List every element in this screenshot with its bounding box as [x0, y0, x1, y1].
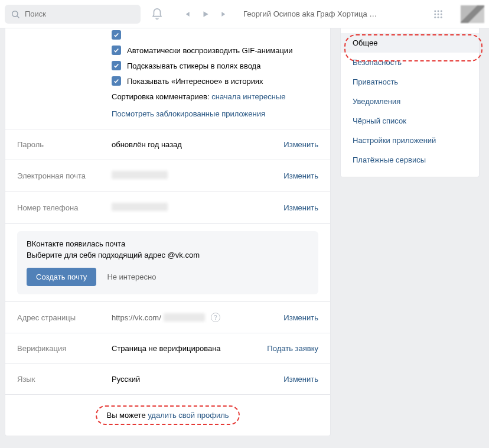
checkbox-interesting[interactable]: Показывать «Интересное» в историях — [17, 73, 318, 89]
mail-not-interested-button[interactable]: Не интересно — [107, 272, 156, 281]
search-icon — [11, 9, 20, 19]
highlight-annotation: Вы можете удалить свой профиль — [96, 405, 239, 425]
search-input[interactable] — [25, 9, 135, 18]
row-label: Электронная почта — [17, 171, 112, 180]
sidebar-item-payments[interactable]: Платёжные сервисы — [341, 150, 479, 170]
mail-promo: ВКонтакте появилась почта Выберите для с… — [17, 231, 318, 294]
row-password: Пароль обновлён год назад Изменить — [5, 129, 330, 160]
mail-promo-title: ВКонтакте появилась почта — [27, 239, 309, 248]
sidebar-item-blacklist[interactable]: Чёрный список — [341, 111, 479, 131]
svg-point-3 — [438, 10, 439, 12]
row-email: Электронная почта Изменить — [5, 160, 330, 191]
row-phone: Номер телефона Изменить — [5, 191, 330, 223]
create-mail-button[interactable]: Создать почту — [27, 268, 96, 286]
sidebar-item-app-settings[interactable]: Настройки приложений — [341, 131, 479, 150]
checkbox-label: Показывать «Интересное» в историях — [127, 77, 263, 86]
checkbox-icon — [112, 76, 121, 86]
svg-line-1 — [17, 16, 19, 18]
checkbox-icon — [112, 61, 121, 70]
svg-point-5 — [434, 13, 436, 15]
row-value: обновлён год назад — [112, 140, 283, 149]
settings-card: Автоматически воспроизводить GIF-анимаци… — [5, 28, 331, 436]
row-value: https://vk.com/ ? — [112, 313, 283, 322]
checkbox-gif[interactable]: Автоматически воспроизводить GIF-анимаци… — [17, 43, 318, 58]
address-prefix: https://vk.com/ — [112, 313, 161, 322]
sort-value-link[interactable]: сначала интересные — [211, 92, 285, 101]
checkbox-icon — [112, 30, 121, 40]
change-language-link[interactable]: Изменить — [283, 375, 318, 384]
change-address-link[interactable]: Изменить — [283, 313, 318, 322]
row-label: Адрес страницы — [17, 313, 112, 322]
svg-point-6 — [438, 13, 439, 15]
blocked-apps-link[interactable]: Посмотреть заблокированные приложения — [112, 109, 265, 118]
checkbox-label: Подсказывать стикеры в полях ввода — [127, 61, 260, 70]
change-password-link[interactable]: Изменить — [283, 140, 318, 149]
row-address: Адрес страницы https://vk.com/ ? Изменит… — [5, 301, 330, 333]
svg-point-7 — [441, 13, 442, 15]
row-value — [112, 171, 283, 181]
sidebar-item-general[interactable]: Общее — [341, 33, 479, 53]
checkbox-label: Автоматически воспроизводить GIF-анимаци… — [127, 46, 292, 55]
sort-prefix: Сортировка комментариев: — [112, 92, 211, 101]
sidebar-item-notifications[interactable]: Уведомления — [341, 92, 479, 111]
search-box[interactable] — [5, 5, 141, 24]
row-value — [112, 203, 283, 213]
svg-point-4 — [441, 10, 442, 12]
checkbox-icon — [112, 46, 121, 55]
footer-prefix: Вы можете — [106, 411, 148, 420]
row-label: Пароль — [17, 140, 112, 149]
profile-avatar[interactable] — [461, 5, 484, 23]
music-track-title[interactable]: Георгий Осипов aka Граф Хортица … — [243, 9, 415, 18]
change-phone-link[interactable]: Изменить — [283, 203, 318, 212]
svg-point-8 — [434, 16, 436, 18]
row-value: Русский — [112, 375, 283, 384]
svg-point-9 — [438, 16, 439, 18]
checkbox-stickers[interactable]: Подсказывать стикеры в полях ввода — [17, 58, 318, 73]
change-email-link[interactable]: Изменить — [283, 171, 318, 180]
notifications-button[interactable] — [145, 2, 169, 26]
music-controls — [178, 6, 233, 22]
sidebar-item-privacy[interactable]: Приватность — [341, 72, 479, 92]
row-value: Страница не верифицирована — [112, 344, 267, 353]
music-next-button[interactable] — [216, 6, 233, 22]
svg-point-2 — [434, 10, 436, 12]
svg-point-10 — [441, 16, 442, 18]
row-language: Язык Русский Изменить — [5, 363, 330, 394]
settings-nav: Общее Безопасность Приватность Уведомлен… — [340, 28, 480, 177]
row-label: Номер телефона — [17, 203, 112, 212]
music-prev-button[interactable] — [178, 6, 195, 22]
topbar: Георгий Осипов aka Граф Хортица … — [0, 0, 489, 28]
row-verification: Верификация Страница не верифицирована П… — [5, 333, 330, 363]
delete-profile-link[interactable]: удалить свой профиль — [148, 411, 229, 420]
music-play-button[interactable] — [197, 6, 214, 22]
comment-sort-row: Сортировка комментариев: сначала интерес… — [17, 89, 318, 105]
row-label: Верификация — [17, 344, 112, 353]
apps-grid-button[interactable] — [426, 2, 450, 26]
delete-profile-row: Вы можете удалить свой профиль — [5, 394, 330, 436]
sidebar-item-security[interactable]: Безопасность — [341, 53, 479, 72]
row-label: Язык — [17, 375, 112, 384]
help-icon[interactable]: ? — [211, 313, 220, 322]
verify-request-link[interactable]: Подать заявку — [267, 344, 318, 353]
mail-promo-subtitle: Выберите для себя подходящий адрес @vk.c… — [27, 251, 309, 259]
